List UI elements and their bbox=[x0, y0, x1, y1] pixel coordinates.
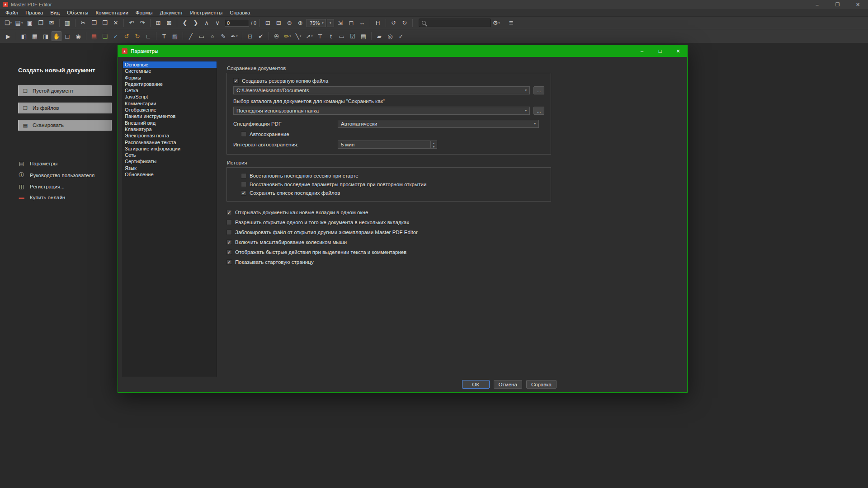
edit-page-button[interactable]: ◧ bbox=[19, 31, 29, 41]
category-item[interactable]: Сертификаты bbox=[123, 158, 217, 164]
checkbox[interactable] bbox=[226, 230, 232, 235]
print-button[interactable]: ▥ bbox=[62, 18, 72, 28]
spinner-arrows[interactable]: ▴ ▾ bbox=[430, 141, 437, 148]
category-item[interactable]: Панели инструментов bbox=[123, 113, 217, 119]
checkbox-row[interactable]: Отображать быстрые действия при выделени… bbox=[226, 249, 551, 255]
checkbox-row[interactable]: Включить масштабирование колесиком мыши bbox=[226, 239, 551, 245]
snapshot-button[interactable]: ◉ bbox=[73, 31, 83, 41]
eraser-button[interactable]: ▰ bbox=[374, 31, 384, 41]
open-button[interactable]: ▤ ▾ bbox=[14, 18, 24, 28]
edit-forms-button[interactable]: ◨ bbox=[41, 31, 51, 41]
first-page-button[interactable]: ∧ bbox=[202, 18, 212, 28]
zoom-tool-button[interactable]: ◎ bbox=[385, 31, 395, 41]
last-page-button[interactable]: ∨ bbox=[212, 18, 222, 28]
signature-button[interactable]: ✒ ▾ bbox=[229, 31, 239, 41]
browse-save-as-button[interactable]: ... bbox=[533, 107, 544, 115]
checkbox-row[interactable]: Открывать документы как новые вкладки в … bbox=[226, 210, 551, 215]
category-item[interactable]: Сетка bbox=[123, 87, 217, 94]
select-text-button[interactable]: ◻ bbox=[62, 31, 72, 41]
minimize-button[interactable]: – bbox=[807, 0, 827, 9]
dialog-close-button[interactable]: ✕ bbox=[669, 45, 687, 57]
checkbox-row[interactable]: Восстановить последнюю сессию при старте bbox=[241, 173, 544, 178]
email-button[interactable]: ✉ bbox=[47, 18, 57, 28]
zoom-level-combo[interactable]: 75% ▾ bbox=[307, 19, 326, 27]
menu-item[interactable]: Формы bbox=[132, 9, 156, 16]
menu-item[interactable]: Вид bbox=[47, 9, 63, 16]
snap-to-grid-button[interactable]: ⊠ bbox=[164, 18, 174, 28]
spinner-up-icon[interactable]: ▴ bbox=[431, 141, 437, 145]
zoom-in-button[interactable]: ⊕ bbox=[295, 18, 305, 28]
attach-file-button[interactable]: ✇ bbox=[272, 31, 282, 41]
menu-item[interactable]: Файл bbox=[2, 9, 22, 16]
fit-visible-button[interactable]: ⇲ bbox=[335, 18, 345, 28]
fit-width-button[interactable]: ↔ bbox=[357, 18, 367, 28]
menu-item[interactable]: Объекты bbox=[63, 9, 92, 16]
typewriter-button[interactable]: t bbox=[326, 31, 336, 41]
checkbox[interactable] bbox=[226, 239, 232, 245]
checkbox-row[interactable]: Заблокировать файл от открытия другими э… bbox=[226, 230, 551, 235]
form-check-button[interactable]: ✔ bbox=[256, 31, 266, 41]
checkbox-row[interactable]: Восстановить последние параметры просмот… bbox=[241, 182, 544, 187]
category-item[interactable]: Затирание информации bbox=[123, 145, 217, 152]
highlight-fields-button[interactable]: H bbox=[373, 18, 383, 28]
checkbox[interactable] bbox=[226, 249, 232, 255]
add-image-button[interactable]: ▨ bbox=[170, 31, 180, 41]
menu-item[interactable]: Справка bbox=[226, 9, 254, 16]
marquee-zoom-button[interactable]: ⊡ bbox=[263, 18, 273, 28]
rotate-pages-cw-button[interactable]: ↻ bbox=[132, 31, 142, 41]
checkbox[interactable] bbox=[241, 182, 246, 187]
menu-item[interactable]: Документ bbox=[156, 9, 187, 16]
note-button[interactable]: ▤ bbox=[89, 31, 99, 41]
dialog-titlebar[interactable]: ▲ Параметры – □ ✕ bbox=[118, 45, 687, 57]
pdf-spec-combo[interactable]: Автоматически ▾ bbox=[338, 120, 539, 128]
run-javascript-button[interactable]: ▶ bbox=[3, 31, 13, 41]
cancel-button[interactable]: Отмена bbox=[494, 380, 522, 389]
menu-item[interactable]: Комментарии bbox=[92, 9, 132, 16]
new-document-button[interactable]: ❏ ▾ bbox=[3, 18, 13, 28]
hamburger-menu-button[interactable]: ≡ bbox=[509, 19, 513, 27]
rotate-pages-ccw-button[interactable]: ↺ bbox=[122, 31, 132, 41]
backup-checkbox-row[interactable]: Создавать резервную копию файла bbox=[233, 78, 544, 84]
paste-button[interactable]: ❒ bbox=[100, 18, 110, 28]
category-item[interactable]: Язык bbox=[123, 165, 217, 171]
search-options-button[interactable]: ⚙ ▾ bbox=[491, 18, 501, 28]
save-copy-button[interactable]: ❐ bbox=[36, 18, 46, 28]
save-as-folder-combo[interactable]: Последняя использованная папка ▾ bbox=[233, 107, 530, 115]
category-item[interactable]: Системные bbox=[123, 68, 217, 74]
search-input[interactable] bbox=[429, 20, 488, 26]
push-button-field-button[interactable]: ▭ bbox=[337, 31, 347, 41]
backup-path-combo[interactable]: C:/Users/Aleksandr/Documents ▾ bbox=[233, 86, 530, 94]
autosave-checkbox[interactable] bbox=[241, 131, 246, 137]
text-box-button[interactable]: ⊤ bbox=[315, 31, 325, 41]
redo-button[interactable]: ↷ bbox=[137, 18, 147, 28]
category-item[interactable]: Распознавание текста bbox=[123, 139, 217, 145]
category-item[interactable]: Комментарии bbox=[123, 100, 217, 107]
highlight-text-button[interactable]: ✏ ▾ bbox=[283, 31, 292, 41]
measure-button[interactable]: ∟ bbox=[143, 31, 153, 41]
list-box-field-button[interactable]: ▤ bbox=[359, 31, 368, 41]
rotate-cw-button[interactable]: ↻ bbox=[400, 18, 410, 28]
line-tool-button[interactable]: ╱ bbox=[186, 31, 196, 41]
checkbox[interactable] bbox=[226, 259, 232, 265]
maximize-button[interactable]: ❐ bbox=[827, 0, 848, 9]
check-mark-annotation-button[interactable]: ✓ bbox=[111, 31, 121, 41]
dynamic-zoom-button[interactable]: ⊟ bbox=[274, 18, 283, 28]
browse-backup-button[interactable]: ... bbox=[533, 86, 544, 94]
checkbox-row[interactable]: Разрешить открытие одного и того же доку… bbox=[226, 220, 551, 225]
category-item[interactable]: Отображение bbox=[123, 107, 217, 113]
rectangle-tool-button[interactable]: ▭ bbox=[197, 31, 207, 41]
menu-item[interactable]: Инструменты bbox=[187, 9, 226, 16]
undo-button[interactable]: ↶ bbox=[127, 18, 137, 28]
line-annotation-button[interactable]: ╲ ▾ bbox=[293, 31, 303, 41]
zoom-out-button[interactable]: ⊖ bbox=[284, 18, 294, 28]
checkbox[interactable] bbox=[241, 173, 246, 178]
category-item[interactable]: Редактирование bbox=[123, 81, 217, 87]
add-text-button[interactable]: T bbox=[159, 31, 169, 41]
blank-document-button[interactable]: ❏ Пустой документ bbox=[18, 85, 112, 96]
dialog-maximize-button[interactable]: □ bbox=[651, 45, 669, 57]
backup-checkbox[interactable] bbox=[233, 78, 239, 84]
help-button[interactable]: Справка bbox=[526, 380, 557, 389]
checkbox-row[interactable]: Показывать стартовую страницу bbox=[226, 259, 551, 265]
category-item[interactable]: Основные bbox=[123, 61, 217, 68]
dialog-minimize-button[interactable]: – bbox=[633, 45, 651, 57]
